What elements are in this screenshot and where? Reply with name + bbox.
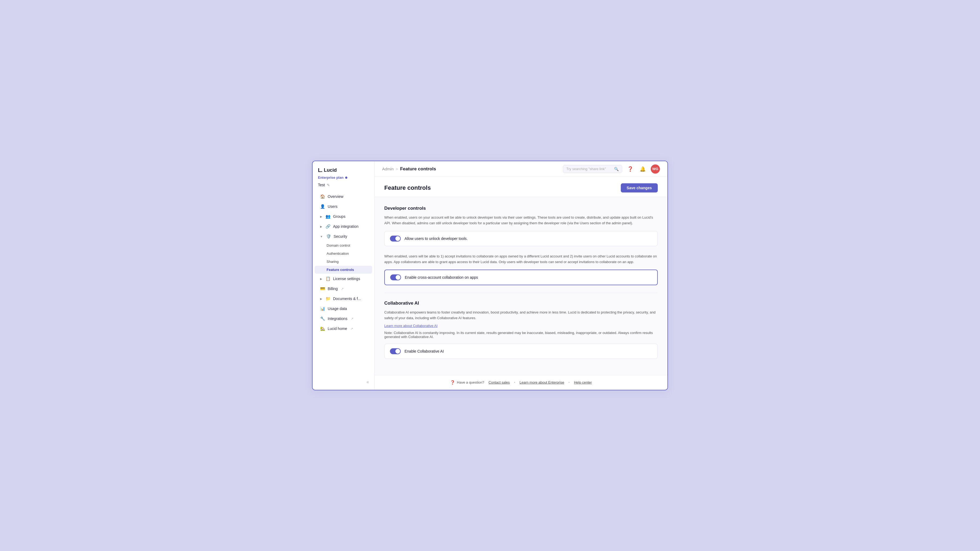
page-header: Feature controls Save changes [375,177,667,197]
page-body: Feature controls Save changes Developer … [375,177,667,390]
breadcrumb: Admin > Feature controls [382,166,436,172]
sidebar-item-license-settings[interactable]: ▶ 📋 License settings [315,274,372,284]
sidebar-item-domain-control[interactable]: Domain control [315,241,372,249]
chevron-right-icon-3: ▶ [320,277,322,280]
developer-controls-desc2: When enabled, users will be able to 1) a… [384,254,658,265]
sidebar-nav: 🏠 Overview 👤 Users ▶ 👥 Groups ▶ 🔗 [313,190,374,377]
chevron-right-icon-2: ▶ [320,225,322,228]
footer-contact-sales[interactable]: Contact sales [488,380,510,384]
sidebar-item-billing[interactable]: 💳 Billing ↗ [315,284,372,294]
home-icon: 🏠 [320,194,325,199]
logo-icon: L. [318,167,322,173]
app-integration-icon: 🔗 [326,224,330,229]
avatar[interactable]: WG [651,164,660,174]
toggle-knob-2 [396,275,401,280]
sidebar-item-integrations[interactable]: 🔧 Integrations ↗ [315,314,372,324]
lucid-home-icon: 🏡 [320,326,325,331]
content-area: Developer controls When enabled, users o… [375,197,667,375]
collaborative-ai-desc: Collaborative AI empowers teams to foste… [384,310,658,321]
toggle-knob-3 [395,349,400,354]
footer-help-center[interactable]: Help center [574,380,592,384]
breadcrumb-current: Feature controls [400,166,436,172]
collapse-sidebar-button[interactable]: « [366,380,369,384]
enterprise-badge: Enterprise plan [318,175,369,179]
sidebar-item-sharing-label: Sharing [326,260,339,264]
chevron-right-icon-4: ▶ [320,297,322,300]
toggle-collab-ai[interactable] [390,348,401,354]
sidebar-item-groups[interactable]: ▶ 👥 Groups [315,211,372,221]
sidebar-item-security[interactable]: ▼ 🛡️ Security [315,232,372,241]
sidebar-item-license-settings-label: License settings [333,276,360,281]
toggle-card-cross-account: Enable cross-account collaboration on ap… [384,270,658,285]
sidebar-item-security-label: Security [334,234,347,238]
search-placeholder: Try searching "share link" [566,167,612,171]
help-button[interactable]: ❓ [626,165,635,173]
workspace-row: Test ✎ [313,182,374,190]
users-icon: 👤 [320,204,325,209]
search-icon: 🔍 [614,167,619,171]
workspace-name: Test [318,183,325,187]
developer-controls-title: Developer controls [384,206,658,211]
sidebar-item-billing-label: Billing [328,287,337,291]
external-link-icon: ↗ [341,287,344,291]
sidebar: L. Lucid Enterprise plan Test ✎ 🏠 Overvi… [313,161,375,390]
groups-icon: 👥 [326,214,330,219]
sidebar-item-app-integration[interactable]: ▶ 🔗 App integration [315,222,372,231]
main-content: Admin > Feature controls Try searching "… [375,161,667,390]
sidebar-item-users-label: Users [328,204,337,209]
app-window: L. Lucid Enterprise plan Test ✎ 🏠 Overvi… [312,161,668,390]
topbar: Admin > Feature controls Try searching "… [375,161,667,177]
sidebar-item-integrations-label: Integrations [328,316,347,321]
enterprise-label: Enterprise plan [318,175,344,179]
footer: ❓ Have a question? Contact sales • Learn… [375,375,667,390]
search-box[interactable]: Try searching "share link" 🔍 [563,165,622,173]
collaborative-ai-link[interactable]: Learn more about Collaborative AI [384,324,438,328]
sidebar-item-overview-label: Overview [328,194,343,198]
sidebar-item-lucid-home-label: Lucid home [328,326,347,331]
sidebar-logo: L. Lucid [313,161,374,175]
toggle-cross-account[interactable] [390,275,401,280]
sidebar-item-usage-data[interactable]: 📊 Usage data [315,304,372,313]
sidebar-item-documents-label: Documents & f... [333,297,361,301]
edit-icon[interactable]: ✎ [327,183,330,187]
toggle-knob [395,236,400,241]
collaborative-ai-title: Collaborative AI [384,300,658,306]
breadcrumb-separator: > [396,167,398,171]
sidebar-item-documents[interactable]: ▶ 📁 Documents & f... [315,294,372,303]
sidebar-item-authentication-label: Authentication [326,251,349,256]
toggle-card-developer-tools: Allow users to unlock developer tools. [384,231,658,246]
license-icon: 📋 [326,276,330,281]
sidebar-collapse: « [313,377,374,387]
footer-question-text: Have a question? [457,380,484,384]
toggle-developer-tools[interactable] [390,236,401,241]
sidebar-item-users[interactable]: 👤 Users [315,202,372,211]
integrations-icon: 🔧 [320,316,325,321]
footer-question-icon: ❓ [450,380,455,385]
sidebar-item-authentication[interactable]: Authentication [315,249,372,257]
collaborative-ai-note: Note: Collaborative AI is constantly imp… [384,331,658,339]
sidebar-item-sharing[interactable]: Sharing [315,258,372,265]
toggle-cross-account-label: Enable cross-account collaboration on ap… [405,275,478,279]
page-title: Feature controls [384,184,431,191]
developer-controls-desc1: When enabled, users on your account will… [384,215,658,226]
footer-learn-enterprise[interactable]: Learn more about Enterprise [519,380,564,384]
sidebar-item-lucid-home[interactable]: 🏡 Lucid home ↗ [315,324,372,333]
chevron-down-icon: ▼ [320,235,323,238]
topbar-right: Try searching "share link" 🔍 ❓ 🔔 WG [563,164,660,174]
toggle-developer-tools-label: Allow users to unlock developer tools. [404,237,468,241]
sidebar-item-feature-controls[interactable]: Feature controls [315,266,372,274]
footer-dot-2: • [568,381,570,384]
sidebar-item-groups-label: Groups [333,214,345,219]
external-link-icon-2: ↗ [351,317,353,321]
security-icon: 🛡️ [326,234,331,239]
breadcrumb-admin: Admin [382,167,394,171]
notifications-button[interactable]: 🔔 [638,165,647,173]
sidebar-item-feature-controls-label: Feature controls [326,268,354,272]
chevron-right-icon: ▶ [320,215,322,218]
usage-icon: 📊 [320,306,325,311]
sidebar-item-app-integration-label: App integration [333,224,358,229]
save-changes-button[interactable]: Save changes [621,183,658,192]
sidebar-item-overview[interactable]: 🏠 Overview [315,192,372,202]
logo-text: Lucid [324,167,337,173]
enterprise-dot [345,176,347,179]
